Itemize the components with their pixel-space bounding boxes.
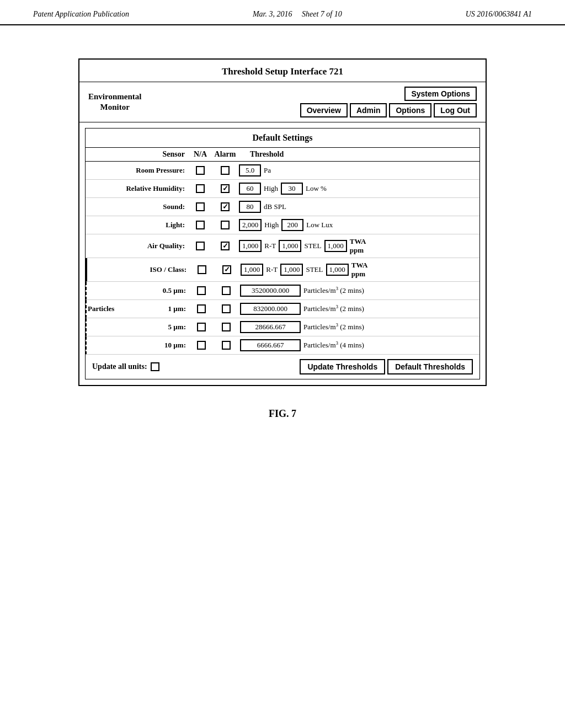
nav-right: System Options Overview Admin Options Lo… [300,87,477,117]
na-particle-5 [190,323,212,331]
val-iso-stel[interactable]: 1,000 [280,264,303,276]
col-na: N/A [189,150,211,159]
bottom-action-row: Update all units: Update Thresholds Defa… [86,355,479,379]
default-thresholds-button[interactable]: Default Thresholds [387,359,473,374]
checkbox-alarm-5[interactable] [222,323,231,331]
threshold-particle-5: 28666.667 Particles/m3 (2 mins) [240,321,475,333]
na-air-quality [189,242,211,250]
threshold-iso-class: 1,000 R-T 1,000 STEL 1,000 TWA ppm [241,261,475,279]
env-monitor-label: EnvironmentalMonitor [88,92,141,113]
logout-button[interactable]: Log Out [434,103,477,117]
checkbox-alarm-10[interactable] [222,341,231,350]
val-room-pressure[interactable]: 5.0 [239,164,261,176]
threshold-room-pressure: 5.0 Pa [239,164,475,176]
checkbox-na-sound[interactable] [196,202,205,211]
val-particle-05[interactable]: 3520000.000 [240,285,301,297]
na-iso-class [191,265,213,274]
checkbox-na-light[interactable] [196,221,205,229]
interface-box: Threshold Setup Interface 721 Environmen… [78,58,487,386]
val-humidity-high[interactable]: 60 [239,183,261,195]
row-particle-10: 10 µm: 6666.667 Particles/m3 (4 mins) [85,336,479,355]
header-right: US 2016/0063841 A1 [466,10,532,19]
options-button[interactable]: Options [389,103,431,117]
checkbox-update-all[interactable] [151,362,159,371]
label-light: Light: [90,221,189,229]
patent-header: Patent Application Publication Mar. 3, 2… [0,0,565,25]
checkbox-na-room-pressure[interactable] [196,166,205,175]
threshold-particle-1: 832000.000 Particles/m3 (2 mins) [240,303,475,315]
label-air-quality: Air Quality: [90,242,189,250]
bottom-buttons: Update Thresholds Default Thresholds [300,359,473,374]
checkbox-na-1[interactable] [197,304,206,313]
val-aq-rt[interactable]: 1,000 [239,240,262,252]
alarm-particle-05 [212,286,240,295]
val-iso-rt[interactable]: 1,000 [241,264,263,276]
checkbox-alarm-room-pressure[interactable] [221,166,230,175]
na-particle-05 [190,286,212,295]
threshold-sound: 80 dB SPL [239,201,475,213]
label-iso-class: ISO / Class: [92,265,191,274]
val-iso-twa[interactable]: 1,000 [326,264,349,276]
alarm-air-quality [211,242,239,250]
na-humidity [189,184,211,193]
label-particle-1: Particles 1 µm: [91,304,190,313]
val-light-low[interactable]: 200 [281,219,303,231]
alarm-particle-10 [212,341,240,350]
checkbox-alarm-1[interactable] [222,304,231,313]
settings-title: Default Settings [86,129,479,148]
threshold-light: 2,000 High 200 Low Lux [239,219,475,231]
val-particle-1[interactable]: 832000.000 [240,303,301,315]
label-particle-10: 10 µm: [91,341,190,350]
admin-button[interactable]: Admin [350,103,387,117]
label-humidity: Relative Humidity: [90,184,189,193]
update-thresholds-button[interactable]: Update Thresholds [300,359,385,374]
val-particle-10[interactable]: 6666.667 [240,339,301,351]
alarm-sound [211,202,239,211]
checkbox-na-air-quality[interactable] [196,242,205,250]
threshold-particle-05: 3520000.000 Particles/m3 (2 mins) [240,285,475,297]
system-options-button[interactable]: System Options [404,87,477,101]
checkbox-alarm-air-quality[interactable] [221,242,230,250]
row-sound: Sound: 80 dB SPL [86,198,479,216]
val-sound[interactable]: 80 [239,201,261,213]
checkbox-na-humidity[interactable] [196,184,205,193]
row-particle-05: 0.5 µm: 3520000.000 Particles/m3 (2 mins… [85,282,479,300]
interface-nav: EnvironmentalMonitor System Options Over… [79,82,486,122]
na-particle-1 [190,304,212,313]
na-light [189,221,211,229]
alarm-particle-1 [212,304,240,313]
na-particle-10 [190,341,212,350]
val-particle-5[interactable]: 28666.667 [240,321,301,333]
checkbox-na-10[interactable] [197,341,206,350]
alarm-iso-class [213,265,241,274]
checkbox-alarm-iso-class[interactable] [222,265,231,274]
val-humidity-low[interactable]: 30 [281,183,303,195]
header-left: Patent Application Publication [33,10,129,19]
checkbox-alarm-humidity[interactable] [221,184,230,193]
val-aq-stel[interactable]: 1,000 [279,240,301,252]
checkbox-alarm-05[interactable] [222,286,231,295]
threshold-air-quality: 1,000 R-T 1,000 STEL 1,000 TWA ppm [239,237,475,255]
val-light-high[interactable]: 2,000 [239,219,262,231]
main-content: Threshold Setup Interface 721 Environmen… [0,25,565,442]
overview-button[interactable]: Overview [300,103,348,117]
checkbox-alarm-light[interactable] [221,221,230,229]
checkbox-na-05[interactable] [197,286,206,295]
row-room-pressure: Room Pressure: 5.0 Pa [86,162,479,180]
interface-title: Threshold Setup Interface 721 [79,60,486,82]
row-light: Light: 2,000 High 200 Low Lux [86,216,479,234]
na-sound [189,202,211,211]
figure-caption: FIG. 7 [269,408,296,420]
checkbox-alarm-sound[interactable] [221,202,230,211]
val-aq-twa[interactable]: 1,000 [324,240,347,252]
sheet-info: Sheet 7 of 10 [302,10,342,18]
nav-buttons: Overview Admin Options Log Out [300,103,477,117]
alarm-particle-5 [212,323,240,331]
row-iso-class: ISO / Class: 1,000 R-T 1,000 STEL 1,000 … [86,258,479,282]
checkbox-na-iso-class[interactable] [198,265,206,274]
label-particle-5: 5 µm: [91,323,190,331]
checkbox-na-5[interactable] [197,323,206,331]
label-room-pressure: Room Pressure: [90,166,189,175]
update-all-text: Update all units: [92,362,147,371]
row-humidity: Relative Humidity: 60 High 30 Low % [86,180,479,198]
